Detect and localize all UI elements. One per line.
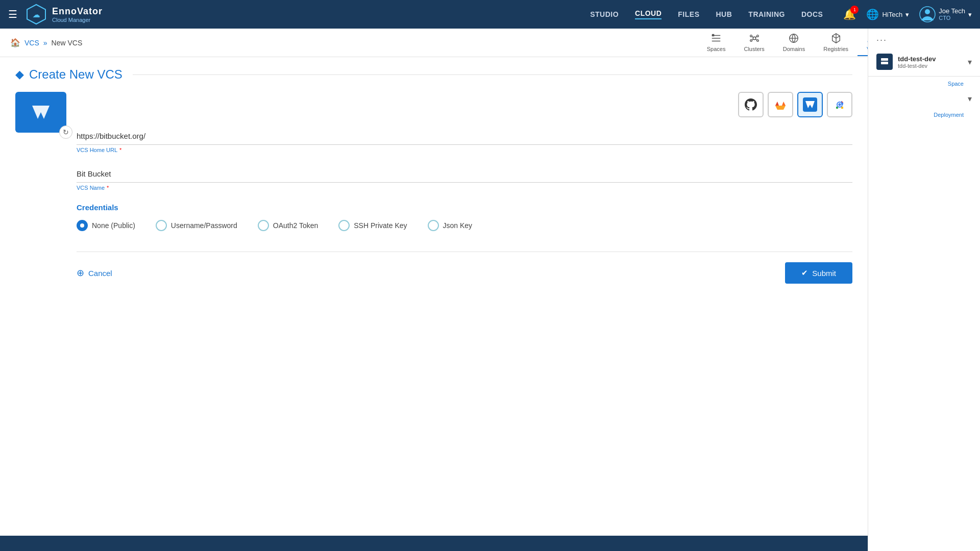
server-sub: tdd-test-dev <box>898 63 936 69</box>
main-content: ◆ Create New VCS ↻ <box>0 57 868 551</box>
vcs-name-group: VCS Name * <box>77 165 852 191</box>
credentials-jsonkey-option[interactable]: Json Key <box>428 220 473 231</box>
logo-text: EnnoVator Cloud Manager <box>52 6 103 23</box>
org-name: HiTech <box>882 11 902 18</box>
bottom-bar: Beta <box>0 536 980 551</box>
page-title: Create New VCS <box>29 67 122 82</box>
breadcrumb: 🏠 VCS » New VCS <box>10 38 82 47</box>
subnav-clusters-label: Clusters <box>744 46 764 52</box>
subnav-spaces-label: Spaces <box>707 46 726 52</box>
space-label-container: Space <box>868 77 980 90</box>
vcs-name-required: * <box>107 185 109 191</box>
selected-vcs-logo: ↻ <box>15 92 66 133</box>
credentials-none-option[interactable]: None (Public) <box>77 220 135 231</box>
page-title-icon: ◆ <box>15 68 24 81</box>
nav-studio[interactable]: STUDIO <box>590 10 619 18</box>
gitlab-icon <box>773 97 788 112</box>
credentials-ssh-label: SSH Private Key <box>354 221 407 230</box>
cancel-circle-icon: ⊕ <box>77 267 84 279</box>
vcs-url-label: VCS Home URL * <box>77 147 852 153</box>
svg-rect-4 <box>712 34 715 36</box>
user-name: Joe Tech <box>939 7 965 15</box>
nav-hub[interactable]: HUB <box>716 10 732 18</box>
form-footer: ⊕ Cancel ✔ Submit <box>77 252 852 294</box>
server-icon <box>876 54 893 70</box>
svg-line-13 <box>755 38 756 40</box>
breadcrumb-separator: » <box>43 39 47 47</box>
svg-rect-24 <box>881 62 888 64</box>
logo-area: ☁ EnnoVator Cloud Manager <box>26 4 103 25</box>
breadcrumb-current: New VCS <box>52 39 83 47</box>
bitbucket-logo-icon <box>28 99 54 125</box>
right-panel: ... tdd-test-dev tdd-test-dev ▾ Space ▾ … <box>868 29 980 551</box>
github-icon <box>744 97 758 112</box>
credentials-section: Credentials None (Public) Username/Passw… <box>77 203 852 231</box>
credentials-ssh-radio <box>338 220 350 231</box>
svg-point-7 <box>756 35 758 37</box>
nav-files[interactable]: FILES <box>678 10 699 18</box>
vcs-url-group: VCS Home URL * <box>77 128 852 153</box>
title-divider <box>133 74 852 75</box>
credentials-none-label: None (Public) <box>92 221 135 230</box>
space-label: Space <box>940 79 972 89</box>
right-panel-server[interactable]: tdd-test-dev tdd-test-dev ▾ <box>868 47 980 77</box>
subnav-registries[interactable]: Registries <box>814 30 857 56</box>
deployment-label-container: Deployment <box>868 108 980 121</box>
subnav-spaces[interactable]: Spaces <box>698 30 735 56</box>
svg-line-10 <box>752 36 753 38</box>
gcloud-icon <box>832 97 847 112</box>
svg-point-8 <box>750 39 752 41</box>
svg-rect-23 <box>881 58 888 61</box>
nav-docs[interactable]: DOCS <box>801 10 823 18</box>
credentials-userpass-label: Username/Password <box>171 221 237 230</box>
hamburger-menu[interactable]: ☰ <box>8 8 17 20</box>
vcs-name-input[interactable] <box>77 165 852 183</box>
nav-right: 🔔 1 🌐 HiTech ▾ Joe Tech CTO ▾ <box>843 6 972 22</box>
nav-cloud[interactable]: CLOUD <box>635 9 662 19</box>
cancel-button[interactable]: ⊕ Cancel <box>77 267 112 279</box>
right-panel-more: ... <box>868 29 980 47</box>
credentials-radio-group: None (Public) Username/Password OAuth2 T… <box>77 220 852 231</box>
svg-point-6 <box>750 35 752 37</box>
vcs-url-input[interactable] <box>77 128 852 145</box>
server-name: tdd-test-dev <box>898 55 936 63</box>
credentials-oauth-option[interactable]: OAuth2 Token <box>258 220 318 231</box>
bitbucket-icon <box>803 97 817 112</box>
user-role: CTO <box>939 15 965 21</box>
credentials-jsonkey-radio <box>428 220 439 231</box>
refresh-button[interactable]: ↻ <box>59 126 72 139</box>
sub-navigation: 🏠 VCS » New VCS Spaces Clusters Domains … <box>0 29 980 57</box>
gcloud-provider-button[interactable] <box>827 92 852 117</box>
credentials-userpass-radio <box>156 220 167 231</box>
notification-badge: 1 <box>850 6 859 14</box>
user-menu[interactable]: Joe Tech CTO ▾ <box>919 6 972 22</box>
notifications-button[interactable]: 🔔 1 <box>843 8 856 20</box>
logo-icon: ☁ <box>26 4 47 25</box>
submit-button[interactable]: ✔ Submit <box>785 262 852 284</box>
user-chevron-icon: ▾ <box>968 11 972 18</box>
svg-line-11 <box>755 36 756 38</box>
github-provider-button[interactable] <box>738 92 764 117</box>
nav-training[interactable]: TRAINING <box>748 10 785 18</box>
credentials-jsonkey-label: Json Key <box>443 221 473 230</box>
submit-check-icon: ✔ <box>801 268 808 278</box>
breadcrumb-root[interactable]: VCS <box>24 39 39 47</box>
app-name: EnnoVator <box>52 6 103 17</box>
org-selector[interactable]: 🌐 HiTech ▾ <box>866 8 909 20</box>
credentials-ssh-option[interactable]: SSH Private Key <box>338 220 407 231</box>
subnav-clusters[interactable]: Clusters <box>734 30 773 56</box>
subnav-registries-label: Registries <box>823 46 848 52</box>
top-navigation: ☰ ☁ EnnoVator Cloud Manager STUDIO CLOUD… <box>0 0 980 29</box>
vcs-name-label: VCS Name * <box>77 185 852 191</box>
gitlab-provider-button[interactable] <box>768 92 793 117</box>
bitbucket-provider-button[interactable] <box>797 92 823 117</box>
deployment-chevron-icon: ▾ <box>968 94 972 104</box>
credentials-userpass-option[interactable]: Username/Password <box>156 220 237 231</box>
credentials-none-radio <box>77 220 88 231</box>
deployment-item[interactable]: ▾ <box>868 90 980 108</box>
registries-icon <box>830 33 842 44</box>
user-avatar-icon <box>919 6 936 22</box>
clusters-icon <box>749 33 760 44</box>
svg-text:☁: ☁ <box>33 11 40 19</box>
subnav-domains[interactable]: Domains <box>774 30 814 56</box>
